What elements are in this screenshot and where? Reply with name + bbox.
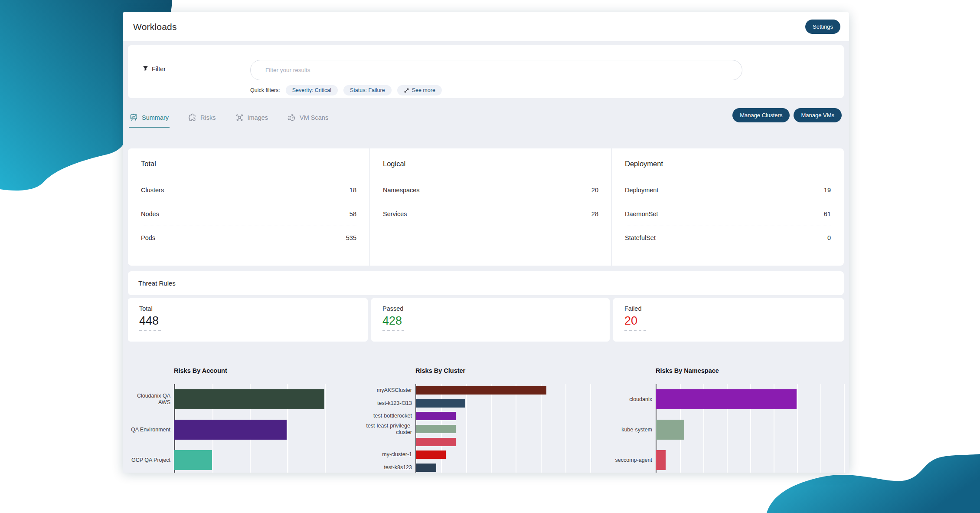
chart-bar-row-gcp-qa-project: GCP QA Project	[128, 445, 328, 473]
tab-label: Images	[248, 114, 268, 121]
tab-vm-scans[interactable]: VM Scans	[287, 111, 329, 128]
stat-label: Nodes	[141, 210, 159, 217]
chart-title: Risks By Account	[174, 365, 328, 384]
chart-bar	[416, 386, 546, 395]
chart-bar	[656, 420, 684, 440]
panel-body: Filter Quick filters: Severity: Critical…	[123, 41, 849, 473]
stats-column-deployment: DeploymentDeployment19DaemonSet61Statefu…	[611, 148, 844, 266]
threat-card-passed: Passed428	[371, 298, 610, 342]
stats-column-logical: LogicalNamespaces20Services28	[369, 148, 611, 266]
tab-label: Risks	[200, 114, 216, 121]
stat-value: 19	[824, 187, 831, 194]
stat-row-clusters: Clusters18	[141, 178, 356, 202]
tab-images[interactable]: Images	[235, 111, 269, 128]
stat-label: Services	[383, 210, 407, 217]
funnel-icon	[142, 65, 149, 73]
chart-bar-label: QA Environment	[128, 414, 174, 445]
quick-filter-status-failure[interactable]: Status: Failure	[343, 85, 392, 95]
stats-column-title: Total	[141, 160, 356, 168]
stats-column-title: Logical	[383, 160, 598, 168]
filter-input[interactable]	[250, 60, 742, 80]
stats-column-total: TotalClusters18Nodes58Pods535	[128, 148, 369, 266]
panel-header: Workloads Settings	[123, 12, 849, 41]
see-more-button[interactable]: See more	[397, 85, 442, 95]
chart-bar	[174, 420, 287, 440]
chart-bar-label: test-bottlerocket	[360, 410, 415, 423]
chart-bar-row-cloudanix: cloudanix	[598, 384, 849, 414]
chart-bar-row-test-bottlerocket: test-bottlerocket	[360, 410, 609, 423]
stat-value: 0	[827, 234, 831, 241]
chart-bar-track	[656, 414, 849, 445]
chart-plot-area: cloudanixkube-systemseccomp-agent	[598, 384, 849, 473]
chart-bar	[656, 450, 666, 470]
chart-bar	[416, 425, 456, 433]
threat-card-label: Total	[139, 305, 356, 312]
chart-bar-label: myAKSCluster	[360, 384, 415, 397]
quick-filters-label: Quick filters:	[250, 87, 280, 93]
threat-rules-title: Threat Rules	[138, 280, 176, 287]
tabs-row: SummaryRisksImagesVM Scans	[129, 111, 329, 128]
stats-column-title: Deployment	[625, 160, 831, 168]
threat-rules-cards: Total448Passed428Failed20	[128, 298, 844, 342]
chart-bar-track	[415, 410, 609, 423]
tab-summary[interactable]: Summary	[129, 111, 170, 128]
manage-clusters-button[interactable]: Manage Clusters	[732, 108, 790, 122]
chart-bar-label: test-least-privilege-cluster	[360, 423, 415, 436]
quick-filter-severity-critical[interactable]: Severity: Critical	[286, 85, 338, 95]
tab-risks[interactable]: Risks	[187, 111, 216, 128]
stat-row-services: Services28	[383, 202, 598, 226]
page-title: Workloads	[133, 22, 177, 32]
chart-risks-by-namespace: Risks By Namespace cloudanixkube-systems…	[598, 365, 849, 473]
stat-label: StatefulSet	[625, 234, 656, 241]
workload-stats-card: TotalClusters18Nodes58Pods535LogicalName…	[128, 148, 844, 266]
threat-card-value: 428	[382, 314, 404, 331]
chart-plot-area: myAKSClustertest-k123-f313test-bottleroc…	[360, 384, 609, 473]
chart-bar	[416, 399, 465, 408]
risks-puzzle-icon	[188, 113, 196, 122]
chart-bar-track	[415, 423, 609, 436]
chart-bar	[416, 464, 436, 472]
workloads-panel: Workloads Settings Filter Quick filters:…	[123, 12, 849, 473]
chart-bar-label: test-k123-f313	[360, 397, 415, 410]
chart-bar-track	[415, 397, 609, 410]
filter-card: Filter Quick filters: Severity: Critical…	[128, 45, 844, 98]
chart-bar-row-myakscluster: myAKSCluster	[360, 384, 609, 397]
chart-bar	[416, 438, 456, 446]
settings-button[interactable]: Settings	[805, 20, 840, 34]
chart-bar-row-cloudanix-qa-aws: Cloudanix QA AWS	[128, 384, 328, 414]
stat-row-namespaces: Namespaces20	[383, 178, 598, 202]
stat-label: DaemonSet	[625, 210, 658, 217]
chart-bar-label: cloudanix	[598, 384, 656, 414]
stat-value: 20	[591, 187, 598, 194]
chart-bar-label	[360, 435, 415, 448]
chart-bar-row-test-k8s123: test-k8s123	[360, 461, 609, 473]
threat-card-failed: Failed20	[613, 298, 844, 342]
stat-row-pods: Pods535	[141, 226, 356, 250]
stat-label: Namespaces	[383, 187, 420, 194]
chart-bar-track	[415, 461, 609, 473]
chart-title: Risks By Cluster	[415, 365, 609, 384]
chart-bar-label: seccomp-agent	[598, 445, 656, 473]
tab-label: Summary	[142, 114, 169, 121]
manage-vms-button[interactable]: Manage VMs	[794, 108, 842, 122]
chart-bar-label: GCP QA Project	[128, 445, 174, 473]
filter-label-text: Filter	[152, 66, 166, 72]
chart-bar-row-qa-environment: QA Environment	[128, 414, 328, 445]
chart-bar-track	[174, 414, 328, 445]
chart-bar-row-test-k123-f313: test-k123-f313	[360, 397, 609, 410]
chart-bar	[656, 389, 797, 409]
threat-card-total: Total448	[128, 298, 368, 342]
chart-plot-area: Cloudanix QA AWSQA EnvironmentGCP QA Pro…	[128, 384, 328, 473]
chart-title: Risks By Namespace	[656, 365, 849, 384]
stat-row-deployment: Deployment19	[625, 178, 831, 202]
threat-rules-band: Threat Rules	[128, 271, 844, 295]
chart-bar-track	[415, 435, 609, 448]
chart-bar-track	[415, 448, 609, 461]
chart-bar	[174, 450, 212, 470]
images-network-icon	[235, 113, 244, 122]
chart-bar-track	[656, 384, 849, 414]
threat-card-label: Passed	[382, 305, 598, 312]
vm-scans-stopwatch-icon	[287, 113, 296, 122]
expand-diagonal-icon	[404, 88, 409, 93]
chart-risks-by-account: Risks By Account Cloudanix QA AWSQA Envi…	[128, 365, 328, 473]
